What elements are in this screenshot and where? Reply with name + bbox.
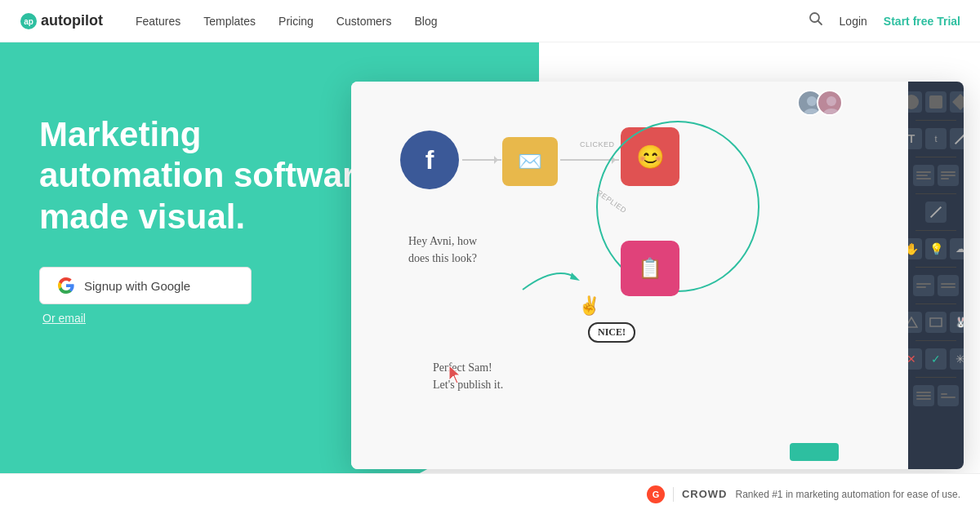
hero-title: Marketing automation software made visua… (39, 114, 382, 237)
g2-divider (673, 487, 674, 502)
tool-row-shapes (901, 91, 964, 113)
nav-templates[interactable]: Templates (203, 15, 256, 28)
svg-point-6 (826, 96, 836, 106)
email-icon: ✉️ (518, 150, 542, 173)
tool-divider-3 (915, 193, 956, 194)
lines5-tool[interactable] (913, 385, 934, 406)
screenshot-panel: f ✉️ CLICKED 😊 REPLIED 📋 Hey Avni, how d… (351, 82, 964, 469)
tool-row-extra2 (913, 275, 959, 296)
tool-divider-4 (915, 230, 956, 231)
nav-right: Login Start free Trial (808, 11, 960, 30)
character-tool[interactable]: 🐰 (950, 312, 964, 333)
tool-row-shapes2: 🐰 (901, 312, 964, 333)
rect-tool[interactable] (925, 312, 947, 333)
login-link[interactable]: Login (840, 15, 867, 28)
arrow-email-to-smiley (560, 159, 619, 161)
green-action-button[interactable] (790, 443, 839, 461)
doc-node[interactable]: 📋 (621, 241, 679, 296)
search-icon[interactable] (808, 11, 823, 30)
line-tool[interactable] (950, 128, 964, 149)
replied-label: REPLIED (595, 188, 628, 215)
bottom-bar: G CROWD Ranked #1 in marketing automatio… (0, 473, 980, 514)
annotation-perfect-sam: Perfect Sam! Let's publish it. (433, 359, 503, 393)
text-small-tool[interactable]: t (925, 128, 947, 149)
annotation-arrow (514, 261, 580, 294)
or-email-link[interactable]: Or email (42, 312, 86, 325)
tool-divider-8 (915, 377, 956, 378)
tool-divider-1 (915, 120, 956, 121)
signup-google-label: Signup with Google (84, 279, 190, 293)
square-tool[interactable] (925, 91, 947, 113)
tool-row-extra1: ✋ 💡 ☁ (901, 238, 964, 259)
facebook-icon: f (425, 145, 434, 175)
nav-blog[interactable]: Blog (415, 15, 438, 28)
signup-google-button[interactable]: Signup with Google (39, 267, 252, 304)
peace-sign-icon: ✌️ (578, 295, 600, 317)
tool-row-lines2 (913, 385, 959, 406)
g2-logo: G (647, 485, 665, 503)
tools-sidebar: T t (908, 82, 964, 469)
cloud-tool[interactable]: ☁ (950, 238, 964, 259)
logo-icon: ap (20, 12, 38, 30)
svg-point-7 (823, 109, 840, 116)
doc-icon: 📋 (638, 257, 662, 280)
tool-row-text: T t (901, 128, 964, 149)
navbar: ap autopilot Features Templates Pricing … (0, 0, 980, 42)
tool-row-diagonal (925, 202, 947, 223)
asterisk-tool[interactable]: ✳ (950, 348, 964, 370)
logo-text: autopilot (41, 12, 103, 29)
nav-links: Features Templates Pricing Customers Blo… (136, 15, 438, 28)
lines2-tool[interactable] (938, 165, 959, 186)
tool-divider-2 (915, 157, 956, 157)
check-tool[interactable]: ✓ (925, 348, 947, 370)
clicked-label: CLICKED (580, 140, 615, 148)
nav-pricing[interactable]: Pricing (278, 15, 314, 28)
diagonal-line-tool[interactable] (925, 202, 947, 223)
avatar-2 (817, 90, 843, 116)
nice-badge: NICE! (588, 322, 635, 343)
arrow-fb-to-email (462, 159, 501, 161)
svg-point-5 (804, 109, 820, 116)
avatars (804, 90, 843, 116)
bulb-tool[interactable]: 💡 (925, 238, 947, 259)
tool-divider-7 (915, 340, 956, 341)
svg-point-4 (807, 96, 817, 106)
canvas-area: f ✉️ CLICKED 😊 REPLIED 📋 Hey Avni, how d… (351, 82, 908, 469)
lines4-tool[interactable] (938, 275, 959, 296)
smiley-node[interactable]: 😊 (621, 127, 679, 186)
tool-divider-6 (915, 304, 956, 304)
tool-row-actions: ✕ ✓ ✳ (901, 348, 964, 370)
tool-row-lines (913, 165, 959, 186)
lines3-tool[interactable] (913, 275, 934, 296)
smiley-icon: 😊 (636, 144, 665, 171)
svg-marker-9 (449, 366, 460, 383)
lines6-tool[interactable] (938, 385, 959, 406)
svg-rect-11 (930, 318, 942, 326)
svg-marker-8 (570, 273, 580, 281)
logo[interactable]: ap autopilot (20, 12, 103, 30)
annotation-hey-avni: Hey Avni, how does this look? (408, 233, 477, 267)
svg-text:ap: ap (24, 17, 33, 26)
start-trial-button[interactable]: Start free Trial (884, 15, 960, 28)
crowd-label: CROWD (682, 488, 728, 500)
nav-customers[interactable]: Customers (336, 15, 392, 28)
hero-content: Marketing automation software made visua… (39, 114, 382, 326)
tool-divider-5 (915, 267, 956, 268)
g2-circle-icon: G (647, 485, 665, 503)
diamond-tool[interactable] (950, 91, 964, 113)
facebook-node[interactable]: f (400, 131, 459, 189)
google-icon (58, 277, 74, 294)
svg-line-3 (817, 21, 822, 25)
email-node[interactable]: ✉️ (502, 137, 558, 186)
ranked-text: Ranked #1 in marketing automation for ea… (736, 489, 961, 500)
cursor-icon (449, 366, 464, 388)
nav-features[interactable]: Features (136, 15, 180, 28)
lines-tool[interactable] (913, 165, 934, 186)
